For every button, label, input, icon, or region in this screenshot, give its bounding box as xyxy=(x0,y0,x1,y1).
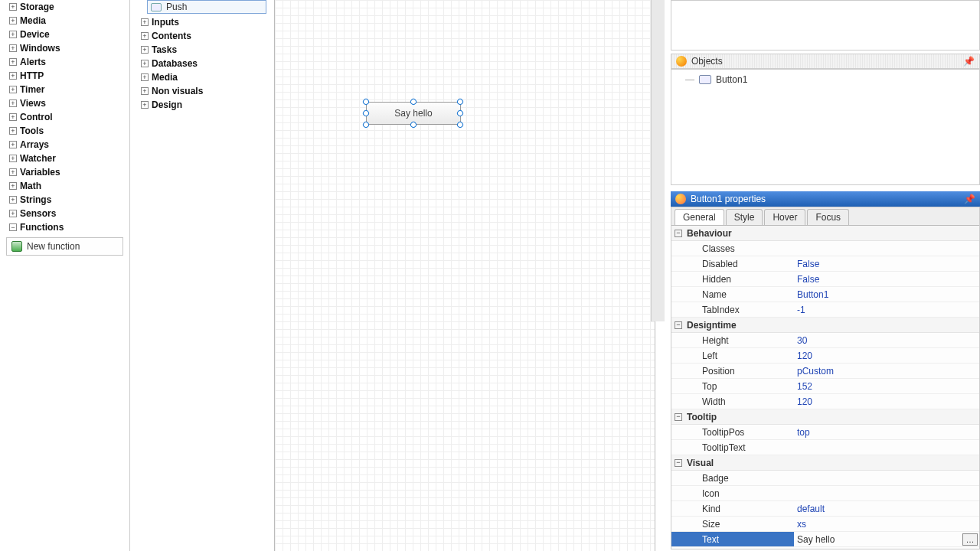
component-category[interactable]: +Databases xyxy=(136,57,266,70)
expand-icon[interactable]: + xyxy=(141,101,149,109)
property-row[interactable]: Left120 xyxy=(671,348,979,364)
expand-icon[interactable]: + xyxy=(9,141,17,148)
left-tree-item[interactable]: +HTTP xyxy=(0,69,129,83)
new-function-button[interactable]: New function xyxy=(6,237,123,256)
component-push[interactable]: Push xyxy=(147,0,266,14)
pin-icon[interactable]: 📌 xyxy=(963,56,975,67)
property-value[interactable] xyxy=(794,486,979,500)
property-value[interactable]: xs xyxy=(794,517,979,531)
expand-icon[interactable]: + xyxy=(9,99,17,107)
expand-icon[interactable]: + xyxy=(9,182,17,190)
property-row[interactable]: Kinddefault xyxy=(671,501,979,517)
property-row[interactable]: DisabledFalse xyxy=(671,256,979,272)
property-row[interactable]: Icon xyxy=(671,486,979,501)
property-row[interactable]: TabIndex-1 xyxy=(671,302,979,318)
property-value[interactable]: pCustom xyxy=(794,364,979,378)
left-tree-item[interactable]: +Watcher xyxy=(0,152,129,165)
expand-icon[interactable]: + xyxy=(141,46,149,54)
left-tree-item[interactable]: +Arrays xyxy=(0,138,129,152)
properties-header[interactable]: Button1 properties 📌 xyxy=(671,191,980,207)
left-tree-item[interactable]: +Alerts xyxy=(0,55,129,69)
property-row[interactable]: Badge xyxy=(671,471,979,486)
property-group[interactable]: −Tooltip xyxy=(671,409,979,425)
property-value[interactable] xyxy=(794,241,979,256)
property-value[interactable]: default xyxy=(794,501,979,516)
property-value[interactable] xyxy=(794,471,979,485)
collapse-icon[interactable]: − xyxy=(675,321,682,329)
property-row[interactable]: TooltipText xyxy=(671,440,979,455)
property-value[interactable]: Say hello… xyxy=(794,532,979,546)
property-row[interactable]: PositionpCustom xyxy=(671,364,979,379)
expand-icon[interactable]: + xyxy=(9,127,17,135)
left-tree-item[interactable]: +Variables xyxy=(0,165,129,179)
property-value[interactable]: 152 xyxy=(794,379,979,393)
expand-icon[interactable]: + xyxy=(141,60,149,67)
expand-icon[interactable]: + xyxy=(9,155,17,162)
properties-tab-style[interactable]: Style xyxy=(726,209,763,225)
property-row[interactable]: TooltipPostop xyxy=(671,425,979,440)
left-tree-item[interactable]: +Views xyxy=(0,96,129,110)
expand-icon[interactable]: + xyxy=(9,58,17,66)
left-tree-item[interactable]: +Tools xyxy=(0,124,129,138)
property-row[interactable]: Classes xyxy=(671,241,979,256)
left-tree-item[interactable]: +Storage xyxy=(0,0,129,14)
canvas-scrollbar[interactable] xyxy=(651,0,665,321)
pin-icon[interactable]: 📌 xyxy=(964,194,975,204)
property-group[interactable]: −Visual xyxy=(671,455,979,471)
property-value[interactable]: top xyxy=(794,425,979,439)
expand-icon[interactable]: + xyxy=(9,44,17,52)
left-tree-item[interactable]: +Timer xyxy=(0,83,129,96)
expand-icon[interactable]: + xyxy=(9,31,17,38)
component-category[interactable]: +Inputs xyxy=(136,15,266,29)
properties-tab-focus[interactable]: Focus xyxy=(807,209,849,225)
property-value[interactable] xyxy=(794,440,979,455)
property-value[interactable]: 120 xyxy=(794,348,979,363)
property-value[interactable]: -1 xyxy=(794,302,979,317)
component-category[interactable]: +Design xyxy=(136,98,266,112)
left-tree-item[interactable]: +Media xyxy=(0,14,129,28)
component-category[interactable]: +Non visuals xyxy=(136,84,266,98)
property-row[interactable]: Top152 xyxy=(671,379,979,394)
properties-tab-hover[interactable]: Hover xyxy=(764,209,805,225)
property-value[interactable]: 120 xyxy=(794,394,979,409)
collapse-icon[interactable]: − xyxy=(9,223,17,231)
component-category[interactable]: +Contents xyxy=(136,29,266,43)
expand-icon[interactable]: + xyxy=(9,168,17,176)
property-row[interactable]: Width120 xyxy=(671,394,979,409)
properties-tab-general[interactable]: General xyxy=(675,209,724,225)
design-canvas[interactable] xyxy=(274,0,655,551)
property-group[interactable]: −Designtime xyxy=(671,318,979,333)
expand-icon[interactable]: + xyxy=(141,73,149,81)
property-value[interactable]: False xyxy=(794,272,979,286)
expand-icon[interactable]: + xyxy=(9,196,17,204)
left-tree-item[interactable]: +Strings xyxy=(0,193,129,207)
property-value[interactable]: 30 xyxy=(794,333,979,347)
property-row[interactable]: Height30 xyxy=(671,333,979,348)
ellipsis-button[interactable]: … xyxy=(962,533,978,546)
expand-icon[interactable]: + xyxy=(9,72,17,80)
component-category[interactable]: +Tasks xyxy=(136,43,266,57)
expand-icon[interactable]: + xyxy=(141,18,149,26)
property-row[interactable]: NameButton1 xyxy=(671,287,979,302)
left-tree-item[interactable]: +Sensors xyxy=(0,207,129,220)
collapse-icon[interactable]: − xyxy=(675,230,682,237)
expand-icon[interactable]: + xyxy=(9,210,17,217)
property-group[interactable]: −Behaviour xyxy=(671,226,979,241)
objects-header[interactable]: Objects 📌 xyxy=(671,54,980,69)
property-row[interactable]: TextSay hello… xyxy=(671,532,979,547)
property-value[interactable]: False xyxy=(794,256,979,271)
expand-icon[interactable]: + xyxy=(9,113,17,121)
property-value[interactable]: Button1 xyxy=(794,287,979,302)
left-tree-item[interactable]: +Math xyxy=(0,179,129,193)
component-category[interactable]: +Media xyxy=(136,70,266,84)
property-row[interactable]: Sizexs xyxy=(671,517,979,532)
left-tree-item[interactable]: −Functions xyxy=(0,220,129,234)
collapse-icon[interactable]: − xyxy=(675,413,682,421)
left-tree-item[interactable]: +Windows xyxy=(0,41,129,55)
expand-icon[interactable]: + xyxy=(9,86,17,93)
collapse-icon[interactable]: − xyxy=(675,459,682,467)
left-tree-item[interactable]: +Device xyxy=(0,28,129,41)
expand-icon[interactable]: + xyxy=(141,87,149,95)
expand-icon[interactable]: + xyxy=(141,32,149,40)
expand-icon[interactable]: + xyxy=(9,3,17,11)
